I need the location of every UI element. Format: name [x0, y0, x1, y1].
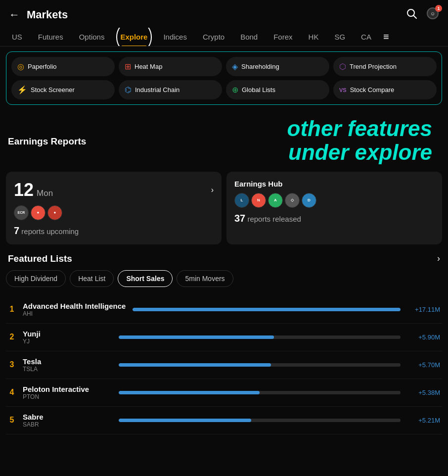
stock-value: +5.21M: [405, 417, 440, 424]
stock-bar-fill: [119, 419, 251, 422]
avatar-hub-4: ◇: [285, 193, 300, 208]
earnings-row: 12 Mon › ECR ● ● 7 reports upcoming Earn…: [0, 172, 448, 250]
header-right: ☺ 1: [405, 7, 439, 23]
stock-info: Advanced Health Intelligence AHI: [23, 302, 126, 317]
avatar-hub-5: D: [302, 193, 316, 208]
tab-sg[interactable]: SG: [327, 28, 352, 46]
stock-item[interactable]: 4 Peloton Interactive PTON +5.38M: [6, 379, 442, 407]
explore-item-heatmap[interactable]: ⊞ Heat Map: [119, 57, 222, 76]
stock-bar-area: +5.21M: [119, 417, 440, 424]
back-button[interactable]: ←: [9, 8, 20, 21]
explore-item-paperfolio[interactable]: ◎ Paperfolio: [11, 57, 115, 76]
tab-futures[interactable]: Futures: [31, 28, 70, 46]
explore-grid: ◎ Paperfolio ⊞ Heat Map ◈ Shareholding ⬡…: [6, 51, 442, 105]
earnings-day-label: Mon: [37, 189, 53, 198]
tab-explore[interactable]: Explore: [113, 28, 154, 46]
featured-section: Featured Lists › High Dividend Heat List…: [0, 250, 448, 434]
stock-name: Sabre: [23, 413, 112, 421]
tab-us[interactable]: US: [5, 28, 29, 46]
earnings-hub-title: Earnings Hub: [234, 180, 283, 188]
tab-forex[interactable]: Forex: [267, 28, 299, 46]
heatmap-icon: ⊞: [125, 62, 131, 71]
stock-bar-track: [119, 391, 401, 394]
svg-text:☺: ☺: [430, 11, 435, 16]
stock-item[interactable]: 2 Yunji YJ +5.90M: [6, 324, 442, 351]
tab-bond[interactable]: Bond: [233, 28, 265, 46]
stock-name: Advanced Health Intelligence: [23, 302, 126, 310]
stock-name: Tesla: [23, 357, 112, 366]
filter-tabs: High Dividend Heat List Short Sales 5min…: [6, 270, 442, 287]
explore-item-label: Paperfolio: [28, 63, 57, 70]
earnings-section-header: Earnings Reports other features under ex…: [0, 110, 448, 172]
explore-item-compare[interactable]: VS Stock Compare: [333, 80, 437, 99]
stock-bar-track: [133, 308, 401, 311]
tab-indices[interactable]: Indices: [156, 28, 194, 46]
explore-item-label: Stock Screener: [31, 86, 75, 94]
stock-rank: 3: [8, 360, 16, 369]
svg-line-1: [414, 16, 417, 19]
featured-arrow[interactable]: ›: [437, 253, 440, 264]
earnings-card-upcoming[interactable]: 12 Mon › ECR ● ● 7 reports upcoming: [6, 172, 222, 244]
explore-item-label: Stock Compare: [350, 86, 395, 94]
avatar-hub-3: A: [268, 193, 283, 208]
stock-info: Sabre SABR: [23, 413, 112, 428]
explore-item-screener[interactable]: ⚡ Stock Screener: [11, 80, 115, 99]
stock-name: Yunji: [23, 330, 112, 338]
stock-value: +5.38M: [405, 389, 440, 396]
stock-bar-area: +5.90M: [119, 333, 440, 341]
explore-item-label: Heat Map: [134, 63, 162, 70]
tab-hk[interactable]: HK: [302, 28, 326, 46]
explore-item-label: Global Lists: [242, 86, 275, 94]
avatar-hub-1: L: [234, 193, 249, 208]
stock-ticker: PTON: [23, 393, 112, 400]
stock-ticker: TSLA: [23, 366, 112, 373]
filter-high-dividend[interactable]: High Dividend: [6, 270, 66, 287]
stock-ticker: SABR: [23, 421, 112, 428]
global-icon: ⊕: [232, 85, 238, 95]
page-title: Markets: [27, 8, 68, 21]
filter-5min-movers[interactable]: 5min Movers: [177, 270, 233, 287]
avatar-red: ●: [47, 205, 62, 220]
annotation-other-features: other features: [287, 117, 432, 141]
filter-short-sales[interactable]: Short Sales: [118, 270, 173, 287]
explore-item-shareholding[interactable]: ◈ Shareholding: [226, 57, 329, 76]
explore-item-industrial[interactable]: ⌬ Industrial Chain: [119, 80, 222, 99]
reports-upcoming-count: 7 reports upcoming: [14, 225, 214, 237]
stock-list: 1 Advanced Health Intelligence AHI +17.1…: [6, 296, 442, 434]
stock-value: +5.90M: [405, 333, 440, 341]
stock-bar-fill: [119, 391, 260, 394]
earnings-card-arrow[interactable]: ›: [211, 186, 214, 194]
stock-info: Yunji YJ: [23, 330, 112, 345]
explore-item-label: Shareholding: [241, 63, 279, 70]
explore-item-trend[interactable]: ⬡ Trend Projection: [333, 57, 437, 76]
stock-item[interactable]: 5 Sabre SABR +5.21M: [6, 407, 442, 434]
notification-button[interactable]: ☺ 1: [426, 7, 439, 23]
stock-item[interactable]: 1 Advanced Health Intelligence AHI +17.1…: [6, 296, 442, 324]
earnings-card-hub[interactable]: Earnings Hub L N A ◇ D 37 reports releas…: [226, 172, 442, 244]
stock-value: +5.70M: [405, 361, 440, 369]
screener-icon: ⚡: [17, 85, 27, 95]
explore-item-global[interactable]: ⊕ Global Lists: [226, 80, 329, 99]
stock-info: Peloton Interactive PTON: [23, 385, 112, 400]
stock-bar-track: [119, 335, 401, 339]
paperfolio-icon: ◎: [17, 62, 24, 71]
stock-rank: 2: [8, 333, 16, 341]
stock-bar-fill: [119, 363, 271, 367]
stock-item[interactable]: 3 Tesla TSLA +5.70M: [6, 351, 442, 379]
stock-bar-track: [119, 419, 401, 422]
filter-heat-list[interactable]: Heat List: [70, 270, 114, 287]
stock-name: Peloton Interactive: [23, 385, 112, 393]
tab-options[interactable]: Options: [72, 28, 112, 46]
tab-crypto[interactable]: Crypto: [196, 28, 231, 46]
stock-rank: 4: [8, 388, 16, 397]
search-icon[interactable]: [405, 7, 417, 22]
hamburger-icon[interactable]: ≡: [383, 31, 389, 43]
stock-bar-fill: [119, 335, 274, 339]
explore-item-label: Trend Projection: [350, 63, 397, 70]
tab-ca[interactable]: CA: [354, 28, 378, 46]
earnings-avatars-upcoming: ECR ● ●: [14, 205, 214, 220]
stock-rank: 1: [8, 305, 16, 314]
stock-ticker: YJ: [23, 338, 112, 345]
stock-bar-area: +5.38M: [119, 389, 440, 396]
stock-info: Tesla TSLA: [23, 357, 112, 373]
